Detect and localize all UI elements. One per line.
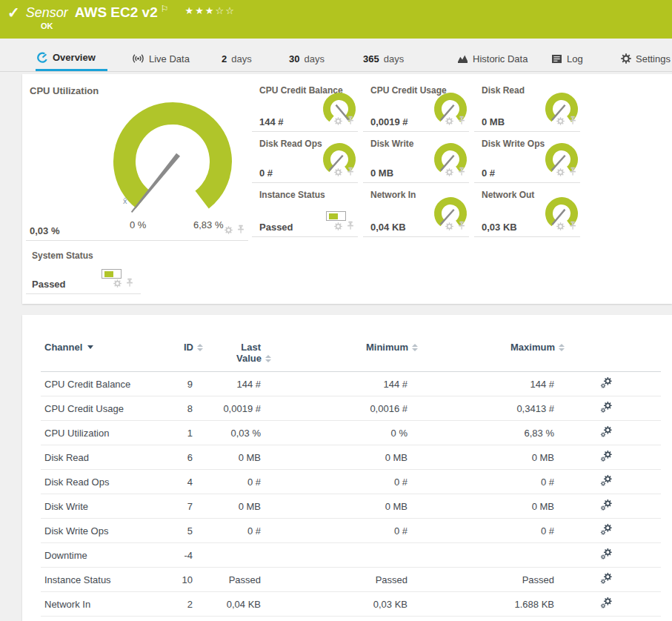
panel-pin-icon[interactable] xyxy=(458,115,465,128)
panel-cpu-utilization: CPU Utilization x̄ 0 % 6,83 % 0,03 % xyxy=(26,82,248,241)
panel-pin-icon[interactable] xyxy=(569,220,576,233)
panel-title: Instance Status xyxy=(259,190,325,200)
panel-system-status: System Status Passed xyxy=(26,248,141,294)
channel-settings-icon[interactable] xyxy=(600,376,613,392)
cell-maximum: 0 MB xyxy=(407,452,554,463)
tab-live-data[interactable]: Live Data xyxy=(132,46,190,71)
tab-2-days-num: 2 xyxy=(222,53,227,64)
panel-settings-icon[interactable] xyxy=(556,115,565,128)
cell-last-value: 0 MB xyxy=(193,452,261,463)
column-header-minimum[interactable]: Minimum xyxy=(261,342,407,353)
flag-icon[interactable]: ⚐ xyxy=(161,4,169,14)
table-row[interactable]: Disk Read Ops 4 0 # 0 # 0 # xyxy=(41,470,661,494)
table-row[interactable]: CPU Credit Usage 8 0,0019 # 0,0016 # 0,3… xyxy=(41,396,661,421)
cell-id: 5 xyxy=(159,525,193,537)
panel-settings-icon[interactable] xyxy=(224,224,233,237)
channel-settings-icon[interactable] xyxy=(600,499,613,514)
channel-settings-icon[interactable] xyxy=(600,401,613,416)
channel-settings-icon[interactable] xyxy=(600,572,613,588)
table-row[interactable]: Disk Read 6 0 MB 0 MB 0 MB xyxy=(41,445,661,470)
tab-settings[interactable]: Settings xyxy=(621,46,671,71)
channel-settings-icon[interactable] xyxy=(600,450,613,465)
gauge-min-label: 0 % xyxy=(130,219,146,230)
cell-channel: Disk Read xyxy=(44,452,159,463)
table-row[interactable]: Instance Status 10 Passed Passed Passed xyxy=(41,568,661,592)
panel-value: Passed xyxy=(259,222,293,233)
cell-channel: CPU Credit Balance xyxy=(44,379,159,390)
table-row[interactable]: Network In 2 0,04 KB 0,03 KB 1.688 KB xyxy=(41,592,661,617)
channel-settings-icon[interactable] xyxy=(600,548,613,563)
cell-last-value: 0,0019 # xyxy=(193,403,261,414)
cell-minimum: Passed xyxy=(261,574,407,585)
tab-365-days-label: days xyxy=(384,53,404,64)
panel-pin-icon[interactable] xyxy=(347,220,354,233)
panel-settings-icon[interactable] xyxy=(445,220,453,233)
chart-icon xyxy=(457,54,468,64)
cell-channel: Disk Read Ops xyxy=(44,476,159,488)
channel-settings-icon[interactable] xyxy=(600,523,613,539)
table-row[interactable]: Disk Write Ops 5 0 # 0 # 0 # xyxy=(41,519,661,543)
panel-pin-icon[interactable] xyxy=(569,166,576,179)
cell-maximum: 0,3413 # xyxy=(407,403,554,414)
panel-title: System Status xyxy=(32,250,93,261)
panel-settings-icon[interactable] xyxy=(334,220,342,233)
panel-pin-icon[interactable] xyxy=(569,115,576,128)
panel-settings-icon[interactable] xyxy=(556,220,565,233)
cell-channel: Instance Status xyxy=(44,574,159,585)
column-header-channel[interactable]: Channel xyxy=(44,342,159,353)
panel-settings-icon[interactable] xyxy=(334,166,342,179)
panel-pin-icon[interactable] xyxy=(126,277,133,290)
panel-disk-write-ops: Disk Write Ops 0 # xyxy=(474,135,580,183)
gauge-current-value: 0,03 % xyxy=(30,225,59,236)
cell-id: 2 xyxy=(159,599,193,610)
panel-settings-icon[interactable] xyxy=(445,166,453,179)
table-row[interactable]: CPU Credit Balance 9 144 # 144 # 144 # xyxy=(41,372,661,396)
column-header-minimum-label: Minimum xyxy=(366,342,408,353)
sort-icon xyxy=(559,344,565,351)
panel-title: Disk Write Ops xyxy=(482,139,545,149)
panel-value: Passed xyxy=(32,279,66,290)
tab-historic-data[interactable]: Historic Data xyxy=(457,46,528,71)
panel-pin-icon[interactable] xyxy=(458,220,465,233)
column-header-maximum[interactable]: Maximum xyxy=(407,342,554,353)
table-row[interactable]: Disk Write 7 0 MB 0 MB 0 MB xyxy=(41,494,661,519)
panel-pin-icon[interactable] xyxy=(237,224,244,237)
status-check-icon: ✓ xyxy=(7,4,20,21)
table-header-row: Channel ID Last Value Minimum Maximum xyxy=(41,337,661,372)
cell-id: 9 xyxy=(159,379,193,390)
cell-minimum: 0 # xyxy=(261,525,407,537)
panel-settings-icon[interactable] xyxy=(556,166,565,179)
cell-id: 4 xyxy=(159,476,193,488)
cell-id: 7 xyxy=(159,501,193,512)
channel-settings-icon[interactable] xyxy=(600,425,613,441)
table-row[interactable]: Downtime -4 xyxy=(41,543,661,568)
panel-value: 0 MB xyxy=(370,167,393,179)
tab-historic-data-label: Historic Data xyxy=(473,53,528,64)
priority-stars[interactable]: ★★★☆☆ xyxy=(185,4,236,19)
sensor-name: AWS EC2 v2 xyxy=(75,4,158,21)
panel-settings-icon[interactable] xyxy=(334,115,342,128)
tab-2-days[interactable]: 2days xyxy=(222,46,252,71)
tab-log[interactable]: Log xyxy=(551,46,583,71)
column-header-last-value[interactable]: Last Value xyxy=(193,342,261,364)
mean-marker: x̄ xyxy=(123,196,127,205)
panel-settings-icon[interactable] xyxy=(445,115,453,128)
panel-pin-icon[interactable] xyxy=(458,166,465,179)
tab-bar: Overview Live Data 2days 30days 365days … xyxy=(0,46,672,72)
panel-pin-icon[interactable] xyxy=(347,166,354,179)
tab-30-days[interactable]: 30days xyxy=(289,46,325,71)
tab-365-days[interactable]: 365days xyxy=(363,46,404,71)
cpu-utilization-gauge xyxy=(106,95,239,228)
cell-id: 8 xyxy=(159,403,193,414)
cell-channel: Downtime xyxy=(44,550,159,561)
panel-settings-icon[interactable] xyxy=(113,277,122,290)
panel-pin-icon[interactable] xyxy=(347,115,354,128)
column-header-id[interactable]: ID xyxy=(159,342,193,353)
tab-overview[interactable]: Overview xyxy=(36,46,107,71)
channel-settings-icon[interactable] xyxy=(600,597,613,612)
channel-settings-icon[interactable] xyxy=(600,474,613,490)
panel-value: 0 # xyxy=(259,167,273,179)
gauge-icon xyxy=(37,52,48,63)
sorted-desc-icon xyxy=(87,345,93,349)
table-row[interactable]: CPU Utilization 1 0,03 % 0 % 6,83 % xyxy=(41,421,661,445)
